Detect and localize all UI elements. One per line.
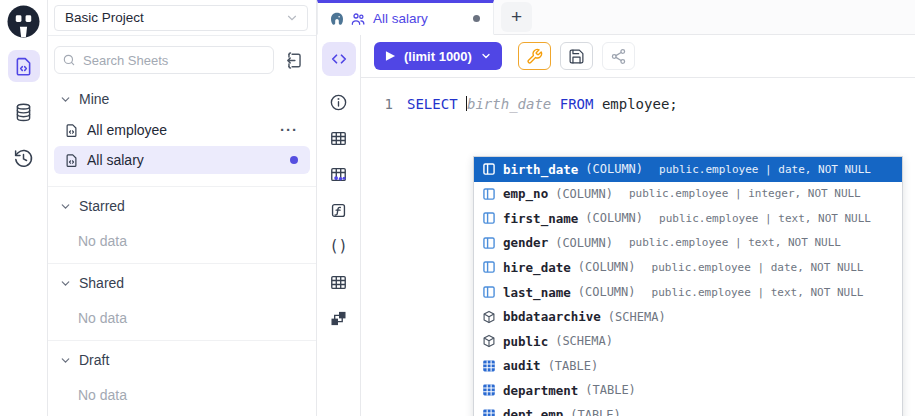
active-sheet-dot [290,156,298,164]
autocomplete-item-audit[interactable]: audit (TABLE) [474,353,902,378]
completion-kind: (TABLE) [548,359,599,373]
empty-label: No data [78,310,316,326]
save-sheet-button[interactable] [560,42,593,70]
project-selector[interactable]: Basic Project [54,5,308,31]
completion-name: emp_no [503,186,548,201]
chevron-down-icon [480,50,492,62]
sidebar-section-starred: Starred No data [48,186,316,263]
completion-kind: (COLUMN) [555,187,613,201]
rail-sheets-button[interactable] [8,50,40,82]
tab-all-salary[interactable]: All salary [317,0,494,35]
autocomplete-item-public[interactable]: public (SCHEMA) [474,329,902,354]
parentheses-button[interactable]: () [329,236,349,256]
app-logo[interactable] [7,5,40,38]
table-icon [329,273,348,292]
parens-icon: () [329,237,347,255]
schema-icon [482,310,496,324]
schema-icon [482,334,496,348]
sidebar-section-draft: Draft No data [48,340,316,416]
completion-kind: (COLUMN) [578,260,636,274]
autocomplete-item-dept_emp[interactable]: dept_emp (TABLE) [474,402,902,416]
rail-database-button[interactable] [8,96,40,128]
autocomplete-item-department[interactable]: department (TABLE) [474,378,902,403]
play-icon [385,50,396,62]
column-icon [482,162,496,176]
section-header[interactable]: Draft [48,345,316,375]
sql-keyword-from: FROM [560,96,594,112]
completion-detail: public.employee | text, NOT NULL [629,236,841,249]
completion-kind: (COLUMN) [578,285,636,299]
editor-body: () (limit 1000) [317,35,915,416]
result-table-button[interactable] [329,272,349,292]
autocomplete-item-emp_no[interactable]: emp_no (COLUMN) public.employee | intege… [474,182,902,207]
sheet-item-all-salary[interactable]: All salary [54,146,310,174]
section-header[interactable]: Starred [48,191,316,221]
editor-column: (limit 1000) 1 SE [361,35,915,416]
more-icon[interactable]: ··· [280,125,298,135]
completion-name: dept_emp [503,407,563,416]
sheet-label: All salary [87,152,144,168]
section-header[interactable]: Shared [48,268,316,298]
column-icon [482,285,496,299]
sheet-item-all-employee[interactable]: All employee ··· [54,116,310,144]
table-data-button[interactable] [329,164,349,184]
sheet-label: All employee [87,122,167,138]
functions-button[interactable] [329,200,349,220]
run-button-label: (limit 1000) [404,49,472,64]
import-sheet-icon [285,51,304,70]
share-sheet-button[interactable] [602,42,635,70]
sql-editor[interactable]: 1 SELECT birth_date FROM employee; birth… [361,78,915,416]
completion-kind: (TABLE) [585,383,636,397]
chevron-down-icon [59,277,72,290]
autocomplete-item-last_name[interactable]: last_name (COLUMN) public.employee | tex… [474,280,902,305]
save-icon [568,48,585,65]
empty-label: No data [78,233,316,249]
tables-button[interactable] [329,128,349,148]
format-sql-button[interactable] [518,42,551,70]
project-header: Basic Project [48,0,316,36]
run-query-button[interactable]: (limit 1000) [374,42,502,70]
import-sheet-button[interactable] [282,48,306,72]
search-icon [62,53,76,67]
autocomplete-item-bbdataarchive[interactable]: bbdataarchive (SCHEMA) [474,304,902,329]
sheet-search-row [48,36,316,80]
app-window: Basic Project Mine [0,0,915,416]
section-label: Shared [79,275,124,291]
table-data-icon [329,165,348,184]
users-icon [350,11,366,27]
sql-keyword-select: SELECT [407,96,458,112]
code-view-button[interactable] [322,42,356,76]
postgres-icon [329,11,345,27]
sidebar-section-mine: Mine All employee ··· All salary [48,80,316,186]
autocomplete-item-birth_date[interactable]: birth_date (COLUMN) public.employee | da… [474,157,902,182]
sidebar-section-shared: Shared No data [48,263,316,340]
autocomplete-item-hire_date[interactable]: hire_date (COLUMN) public.employee | dat… [474,255,902,280]
new-tab-button[interactable]: + [501,2,532,32]
completion-name: gender [503,235,548,250]
tab-title: All salary [373,11,428,26]
completion-kind: (COLUMN) [585,211,643,225]
schema-diagram-button[interactable] [329,308,349,328]
completion-kind: (SCHEMA) [608,310,666,324]
completion-kind: (SCHEMA) [555,334,613,348]
chevron-down-icon [59,354,72,367]
sidebar: Basic Project Mine [48,0,317,416]
info-button[interactable] [329,92,349,112]
rail-history-button[interactable] [8,142,40,174]
table-icon [482,408,496,416]
table-icon [482,359,496,373]
completion-kind: (COLUMN) [585,162,643,176]
empty-label: No data [78,387,316,403]
completion-detail: public.employee | date, NOT NULL [652,261,864,274]
section-label: Draft [79,352,109,368]
autocomplete-item-gender[interactable]: gender (COLUMN) public.employee | text, … [474,231,902,256]
table-icon [482,383,496,397]
section-header[interactable]: Mine [48,84,316,114]
sheet-icon [64,123,79,138]
completion-detail: public.employee | date, NOT NULL [659,163,871,176]
code-icon [329,49,349,69]
project-selector-value: Basic Project [65,10,144,25]
search-sheets-input[interactable] [54,46,274,74]
editor-tool-rail: () [317,35,361,416]
autocomplete-item-first_name[interactable]: first_name (COLUMN) public.employee | te… [474,206,902,231]
